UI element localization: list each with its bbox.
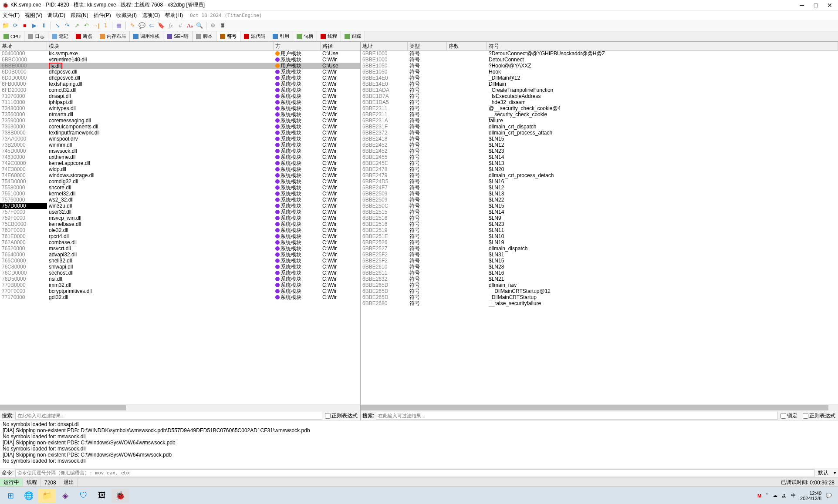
menu-item[interactable]: 跟踪(N) <box>71 12 88 19</box>
symbol-row[interactable]: 6BBE265D符号__DllMainCRTStartup@12 <box>361 288 838 294</box>
functions-icon[interactable]: fx <box>167 22 175 30</box>
tray-ime-icon[interactable]: 中 <box>791 492 796 499</box>
module-row[interactable]: 749C0000kernel.appcore.dll系统模块C:\Wir <box>0 160 360 166</box>
symbol-row[interactable]: 6BBE2526符号$LN19 <box>361 239 838 245</box>
symbol-row[interactable]: 6BBE25F2符号$LN31 <box>361 252 838 258</box>
module-row[interactable]: 770B0000imm32.dll系统模块C:\Wir <box>0 282 360 288</box>
run-icon[interactable]: ▶ <box>30 22 38 30</box>
default-label[interactable]: 默认 <box>814 469 832 477</box>
module-row[interactable]: 759F0000msvcp_win.dll系统模块C:\Wir <box>0 215 360 221</box>
symbol-row[interactable]: 6BBE25F2符号$LN15 <box>361 258 838 264</box>
tab-线程[interactable]: 线程 <box>317 31 341 41</box>
symbol-row[interactable]: 6BBE2478符号$LN20 <box>361 166 838 172</box>
module-row[interactable]: 757F0000user32.dll系统模块C:\Wir <box>0 209 360 215</box>
maximize-button[interactable]: □ <box>813 2 819 8</box>
calc-icon[interactable]: 🖩 <box>219 22 226 30</box>
minimize-button[interactable]: ─ <box>799 2 805 8</box>
symbol-row[interactable]: 6BBE2479符号dllmain_crt_process_detach <box>361 172 838 178</box>
module-row[interactable]: 6D0B0000dhcpcsvc.dll系统模块C:\Wir <box>0 69 360 75</box>
col-module-header[interactable]: 模块 <box>47 42 274 50</box>
col-ord-header[interactable]: 序数 <box>447 42 487 50</box>
module-row[interactable]: 760F0000ole32.dll系统模块C:\Wir <box>0 227 360 233</box>
menu-item[interactable]: 视图(V) <box>25 12 42 19</box>
col-base-header[interactable]: 基址 <box>0 42 47 50</box>
col-type-header[interactable]: 类型 <box>408 42 447 50</box>
symbol-row[interactable]: 6BBE2610符号$LN28 <box>361 264 838 270</box>
module-row[interactable]: 75EB0000kernelbase.dll系统模块C:\Wir <box>0 221 360 227</box>
module-row[interactable]: 00400000kk.svmp.exe用户模块C:\Use <box>0 50 360 57</box>
module-row[interactable]: 76CD0000sechost.dll系统模块C:\Wir <box>0 270 360 276</box>
module-row[interactable]: 6FD20000comctl32.dll系统模块C:\Wir <box>0 87 360 93</box>
symbol-row[interactable]: 6BBE2519符号$LN11 <box>361 227 838 233</box>
settings-icon[interactable]: ⚙ <box>209 22 217 30</box>
app1-icon[interactable]: 🖼 <box>93 489 111 503</box>
hscrollbar[interactable] <box>361 404 838 411</box>
tab-日志[interactable]: 日志 <box>24 31 48 41</box>
module-row[interactable]: 73560000ntmarta.dll系统模块C:\Wir <box>0 111 360 118</box>
module-row[interactable]: 76C80000shlwapi.dll系统模块C:\Wir <box>0 264 360 270</box>
symbol-row[interactable]: 6BBE1050符号Hook <box>361 69 838 75</box>
open-icon[interactable]: 📁 <box>2 22 10 30</box>
symbols-search-input[interactable] <box>376 412 778 420</box>
menu-item[interactable]: 插件(P) <box>94 12 111 19</box>
module-row[interactable]: 738B0000textinputframework.dll系统模块C:\Wir <box>0 130 360 136</box>
search-icon[interactable]: 🔍 <box>196 22 203 30</box>
symbol-row[interactable]: 6BBE2452符号$LN12 <box>361 142 838 148</box>
symbol-row[interactable]: 6BBE2452符号$LN23 <box>361 148 838 154</box>
stepinto-icon[interactable]: ↘ <box>54 22 61 30</box>
modules-grid[interactable]: 00400000kk.svmp.exe用户模块C:\Use6BBC0000vcr… <box>0 50 360 404</box>
tab-CPU[interactable]: CPU <box>0 31 24 41</box>
menu-item[interactable]: 文件(F) <box>3 12 20 19</box>
symbol-row[interactable]: 6BBE231F符号dllmain_crt_dispatch <box>361 124 838 130</box>
symbols-grid[interactable]: 6BBE1000符号?DetourConnect@@YGHIPBUsockadd… <box>361 50 838 404</box>
vs-icon[interactable]: ◈ <box>57 489 74 503</box>
module-row[interactable]: 76640000advapi32.dll系统模块C:\Wir <box>0 252 360 258</box>
explorer-icon[interactable]: 📁 <box>38 489 56 503</box>
symbol-row[interactable]: 6BBE2515符号$LN14 <box>361 209 838 215</box>
comments-icon[interactable]: 💬 <box>138 22 146 30</box>
x32dbg-icon[interactable]: 🐞 <box>112 489 129 503</box>
module-row[interactable]: 74E60000windows.storage.dll系统模块C:\Wir <box>0 172 360 178</box>
col-side-header[interactable]: 方 <box>274 42 321 50</box>
symbol-row[interactable]: 6BBE1D7A符号_IsExecutableAddress <box>361 93 838 99</box>
symbol-row[interactable]: 6BBE2516符号$LN23 <box>361 221 838 227</box>
col-addr-header[interactable]: 地址 <box>361 42 408 50</box>
symbol-row[interactable]: 6BBE24D5符号$LN16 <box>361 178 838 185</box>
restart-icon[interactable]: ⟳ <box>11 22 19 30</box>
symbol-row[interactable]: 6BBE2680符号__raise_securityfailure <box>361 300 838 306</box>
symbol-row[interactable]: 6BBE1000符号DetourConnect <box>361 57 838 63</box>
module-row[interactable]: 754D0000comdlg32.dll系统模块C:\Wir <box>0 178 360 185</box>
module-row[interactable]: 75760000ws2_32.dll系统模块C:\Wir <box>0 197 360 203</box>
defender-icon[interactable]: 🛡 <box>75 489 92 503</box>
dropdown-icon[interactable]: ▾ <box>832 470 838 476</box>
stepover-icon[interactable]: ↷ <box>63 22 71 30</box>
log-pane[interactable]: No symbols loaded for: dnsapi.dll[DIA] S… <box>0 420 838 468</box>
notifications-icon[interactable]: 💬 <box>826 493 832 498</box>
symbol-row[interactable]: 6BBE2527符号dllmain_dispatch <box>361 245 838 252</box>
module-row[interactable]: 74630000uxtheme.dll系统模块C:\Wir <box>0 154 360 160</box>
stop-icon[interactable]: ■ <box>21 22 29 30</box>
lock-checkbox[interactable]: 锁定 <box>778 412 800 420</box>
command-input[interactable] <box>15 469 814 477</box>
col-sym-header[interactable]: 符号 <box>487 42 838 50</box>
module-row[interactable]: 6BBC0000vcruntime140.dll系统模块C:\Wir <box>0 57 360 63</box>
labels-icon[interactable]: 🏷 <box>148 22 155 30</box>
font-icon[interactable]: Aₐ <box>186 22 194 30</box>
symbol-row[interactable]: 6BBE251E符号$LN10 <box>361 233 838 239</box>
stepback-icon[interactable]: ↶ <box>82 22 90 30</box>
symbol-row[interactable]: 6BBE2455符号$LN14 <box>361 154 838 160</box>
patches-icon[interactable]: ✎ <box>128 22 136 30</box>
skip-icon[interactable]: ⤵ <box>101 22 109 30</box>
module-row[interactable]: 73590000coremessaging.dll系统模块C:\Wir <box>0 118 360 124</box>
start-button[interactable]: ⊞ <box>2 489 19 503</box>
tab-SEH链[interactable]: SEH链 <box>163 31 193 41</box>
regex-checkbox[interactable]: 正则表达式 <box>800 412 838 420</box>
module-row[interactable]: 75610000kernel32.dll系统模块C:\Wir <box>0 191 360 197</box>
edge-icon[interactable]: 🌐 <box>20 489 37 503</box>
symbol-row[interactable]: 6BBE265D符号_DllMainCRTStartup <box>361 294 838 300</box>
menu-item[interactable]: 帮助(H) <box>165 12 183 19</box>
module-row[interactable]: 6FB00000textshaping.dll系统模块C:\Wir <box>0 81 360 87</box>
symbol-row[interactable]: 6BBE2516符号$LN9 <box>361 215 838 221</box>
col-path-header[interactable]: 路径 <box>321 42 360 50</box>
module-row[interactable]: 74E30000wldp.dll系统模块C:\Wir <box>0 166 360 172</box>
